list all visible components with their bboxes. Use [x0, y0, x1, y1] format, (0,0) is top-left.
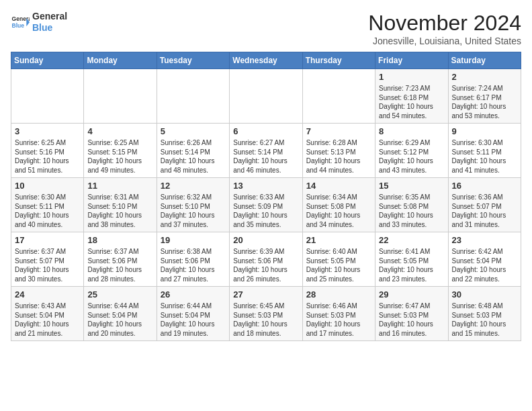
- day-number: 25: [87, 289, 152, 300]
- cell-content: Sunrise: 6:30 AM Sunset: 5:11 PM Dayligh…: [15, 193, 80, 229]
- cell-content: Sunrise: 6:41 AM Sunset: 5:05 PM Dayligh…: [379, 247, 444, 283]
- cell-content: Sunrise: 6:36 AM Sunset: 5:07 PM Dayligh…: [452, 193, 517, 229]
- calendar-cell: [11, 69, 84, 124]
- day-number: 12: [161, 181, 226, 191]
- calendar-cell: 25Sunrise: 6:44 AM Sunset: 5:04 PM Dayli…: [84, 287, 157, 341]
- calendar-cell: 3Sunrise: 6:25 AM Sunset: 5:16 PM Daylig…: [11, 124, 84, 178]
- calendar-cell: 28Sunrise: 6:46 AM Sunset: 5:03 PM Dayli…: [302, 287, 375, 341]
- cell-content: Sunrise: 7:24 AM Sunset: 6:17 PM Dayligh…: [452, 84, 517, 120]
- cell-content: Sunrise: 6:29 AM Sunset: 5:12 PM Dayligh…: [379, 138, 444, 175]
- calendar-cell: 13Sunrise: 6:33 AM Sunset: 5:09 PM Dayli…: [230, 178, 302, 232]
- day-number: 9: [452, 126, 517, 136]
- cell-content: Sunrise: 6:32 AM Sunset: 5:10 PM Dayligh…: [161, 193, 226, 229]
- day-number: 8: [379, 126, 444, 136]
- calendar-cell: 7Sunrise: 6:28 AM Sunset: 5:13 PM Daylig…: [302, 124, 375, 178]
- day-number: 16: [452, 181, 517, 191]
- calendar-cell: 15Sunrise: 6:35 AM Sunset: 5:08 PM Dayli…: [375, 178, 448, 232]
- day-number: 2: [452, 72, 517, 82]
- cell-content: Sunrise: 6:43 AM Sunset: 5:04 PM Dayligh…: [15, 302, 80, 338]
- day-number: 23: [452, 235, 517, 245]
- calendar-cell: [230, 69, 302, 124]
- cell-content: Sunrise: 7:23 AM Sunset: 6:18 PM Dayligh…: [379, 84, 444, 120]
- day-number: 13: [233, 181, 298, 191]
- day-header-monday: Monday: [84, 52, 157, 69]
- logo: General Blue General Blue: [11, 11, 67, 34]
- calendar-week-row: 10Sunrise: 6:30 AM Sunset: 5:11 PM Dayli…: [11, 178, 521, 232]
- calendar-cell: 12Sunrise: 6:32 AM Sunset: 5:10 PM Dayli…: [157, 178, 229, 232]
- cell-content: Sunrise: 6:46 AM Sunset: 5:03 PM Dayligh…: [306, 302, 371, 338]
- month-title: November 2024: [368, 11, 521, 36]
- logo-blue: Blue: [32, 22, 52, 33]
- calendar-cell: 23Sunrise: 6:42 AM Sunset: 5:04 PM Dayli…: [448, 232, 521, 287]
- page-header: General Blue General Blue November 2024 …: [11, 11, 521, 46]
- cell-content: Sunrise: 6:37 AM Sunset: 5:06 PM Dayligh…: [87, 247, 152, 283]
- day-number: 14: [306, 181, 371, 191]
- day-number: 19: [161, 235, 226, 245]
- logo-general: General: [32, 11, 67, 21]
- day-number: 1: [379, 72, 444, 82]
- calendar-cell: 22Sunrise: 6:41 AM Sunset: 5:05 PM Dayli…: [375, 232, 448, 287]
- calendar-cell: 20Sunrise: 6:39 AM Sunset: 5:06 PM Dayli…: [230, 232, 302, 287]
- cell-content: Sunrise: 6:26 AM Sunset: 5:14 PM Dayligh…: [161, 138, 226, 175]
- cell-content: Sunrise: 6:39 AM Sunset: 5:06 PM Dayligh…: [233, 247, 298, 283]
- calendar-header-row: SundayMondayTuesdayWednesdayThursdayFrid…: [11, 52, 521, 69]
- cell-content: Sunrise: 6:47 AM Sunset: 5:03 PM Dayligh…: [379, 302, 444, 338]
- calendar-cell: 10Sunrise: 6:30 AM Sunset: 5:11 PM Dayli…: [11, 178, 84, 232]
- calendar-cell: 6Sunrise: 6:27 AM Sunset: 5:14 PM Daylig…: [230, 124, 302, 178]
- calendar-cell: 8Sunrise: 6:29 AM Sunset: 5:12 PM Daylig…: [375, 124, 448, 178]
- cell-content: Sunrise: 6:48 AM Sunset: 5:03 PM Dayligh…: [452, 302, 517, 338]
- cell-content: Sunrise: 6:44 AM Sunset: 5:04 PM Dayligh…: [87, 302, 152, 338]
- calendar-cell: 9Sunrise: 6:30 AM Sunset: 5:11 PM Daylig…: [448, 124, 521, 178]
- calendar-week-row: 1Sunrise: 7:23 AM Sunset: 6:18 PM Daylig…: [11, 69, 521, 124]
- cell-content: Sunrise: 6:25 AM Sunset: 5:16 PM Dayligh…: [15, 138, 80, 175]
- calendar-week-row: 3Sunrise: 6:25 AM Sunset: 5:16 PM Daylig…: [11, 124, 521, 178]
- cell-content: Sunrise: 6:42 AM Sunset: 5:04 PM Dayligh…: [452, 247, 517, 283]
- calendar-cell: [157, 69, 229, 124]
- calendar-cell: 1Sunrise: 7:23 AM Sunset: 6:18 PM Daylig…: [375, 69, 448, 124]
- calendar-cell: 11Sunrise: 6:31 AM Sunset: 5:10 PM Dayli…: [84, 178, 157, 232]
- day-number: 30: [452, 289, 517, 300]
- day-number: 11: [87, 181, 152, 191]
- calendar-cell: [84, 69, 157, 124]
- day-number: 5: [161, 126, 226, 136]
- day-header-tuesday: Tuesday: [157, 52, 229, 69]
- day-header-thursday: Thursday: [302, 52, 375, 69]
- calendar-cell: 17Sunrise: 6:37 AM Sunset: 5:07 PM Dayli…: [11, 232, 84, 287]
- svg-text:Blue: Blue: [12, 22, 25, 29]
- cell-content: Sunrise: 6:45 AM Sunset: 5:03 PM Dayligh…: [233, 302, 298, 338]
- day-number: 15: [379, 181, 444, 191]
- calendar-week-row: 17Sunrise: 6:37 AM Sunset: 5:07 PM Dayli…: [11, 232, 521, 287]
- day-number: 26: [161, 289, 226, 300]
- day-number: 17: [15, 235, 80, 245]
- cell-content: Sunrise: 6:28 AM Sunset: 5:13 PM Dayligh…: [306, 138, 371, 175]
- day-number: 22: [379, 235, 444, 245]
- day-number: 21: [306, 235, 371, 245]
- day-number: 24: [15, 289, 80, 300]
- calendar-cell: 26Sunrise: 6:44 AM Sunset: 5:04 PM Dayli…: [157, 287, 229, 341]
- calendar-cell: 4Sunrise: 6:25 AM Sunset: 5:15 PM Daylig…: [84, 124, 157, 178]
- calendar-cell: 19Sunrise: 6:38 AM Sunset: 5:06 PM Dayli…: [157, 232, 229, 287]
- calendar-cell: 5Sunrise: 6:26 AM Sunset: 5:14 PM Daylig…: [157, 124, 229, 178]
- cell-content: Sunrise: 6:44 AM Sunset: 5:04 PM Dayligh…: [161, 302, 226, 338]
- cell-content: Sunrise: 6:38 AM Sunset: 5:06 PM Dayligh…: [161, 247, 226, 283]
- calendar-cell: 2Sunrise: 7:24 AM Sunset: 6:17 PM Daylig…: [448, 69, 521, 124]
- cell-content: Sunrise: 6:27 AM Sunset: 5:14 PM Dayligh…: [233, 138, 298, 175]
- day-number: 10: [15, 181, 80, 191]
- calendar-table: SundayMondayTuesdayWednesdayThursdayFrid…: [11, 52, 521, 341]
- day-number: 4: [87, 126, 152, 136]
- cell-content: Sunrise: 6:40 AM Sunset: 5:05 PM Dayligh…: [306, 247, 371, 283]
- location-subtitle: Jonesville, Louisiana, United States: [368, 36, 521, 46]
- day-number: 3: [15, 126, 80, 136]
- title-section: November 2024 Jonesville, Louisiana, Uni…: [368, 11, 521, 46]
- logo-icon: General Blue: [11, 13, 30, 32]
- calendar-cell: 29Sunrise: 6:47 AM Sunset: 5:03 PM Dayli…: [375, 287, 448, 341]
- day-number: 29: [379, 289, 444, 300]
- day-number: 20: [233, 235, 298, 245]
- day-number: 18: [87, 235, 152, 245]
- day-header-sunday: Sunday: [11, 52, 84, 69]
- cell-content: Sunrise: 6:31 AM Sunset: 5:10 PM Dayligh…: [87, 193, 152, 229]
- day-number: 27: [233, 289, 298, 300]
- logo-text: General Blue: [32, 11, 67, 34]
- cell-content: Sunrise: 6:37 AM Sunset: 5:07 PM Dayligh…: [15, 247, 80, 283]
- cell-content: Sunrise: 6:35 AM Sunset: 5:08 PM Dayligh…: [379, 193, 444, 229]
